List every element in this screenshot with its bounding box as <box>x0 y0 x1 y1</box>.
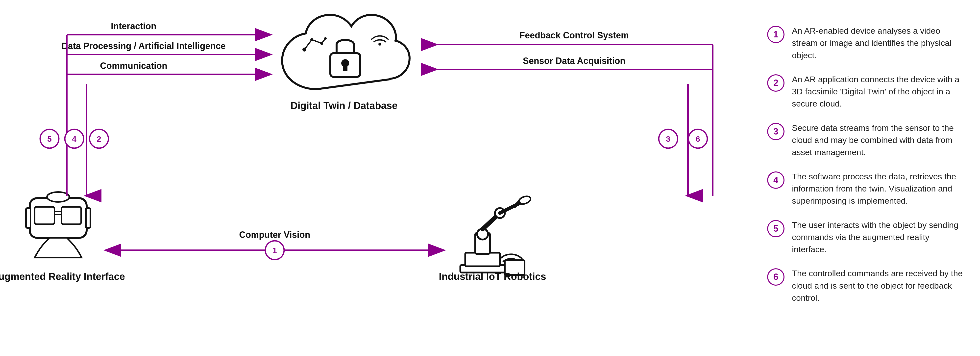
legend-item-6: 6 The controlled commands are received b… <box>767 267 965 304</box>
legend-number-6: 6 <box>767 268 784 286</box>
legend-text-6: The controlled commands are received by … <box>792 267 965 304</box>
legend-item-3: 3 Secure data streams from the sensor to… <box>767 122 965 158</box>
legend-number-3: 3 <box>767 123 784 140</box>
legend-item-1: 1 An AR-enabled device analyses a video … <box>767 25 965 61</box>
svg-point-16 <box>324 37 327 40</box>
svg-point-13 <box>302 48 306 51</box>
sensor-data-label: Sensor Data Acquisition <box>523 56 625 66</box>
communication-label: Communication <box>100 61 167 71</box>
svg-rect-23 <box>86 208 90 228</box>
step-3-num: 3 <box>666 134 670 144</box>
step-2-num: 2 <box>97 134 101 144</box>
diagram-container: Digital Twin / Database Augmented Realit… <box>0 0 980 356</box>
svg-point-15 <box>320 42 323 45</box>
legend-panel: 1 An AR-enabled device analyses a video … <box>757 20 975 321</box>
svg-point-14 <box>310 38 313 41</box>
legend-text-5: The user interacts with the object by se… <box>792 219 965 255</box>
svg-point-17 <box>379 43 381 46</box>
feedback-control-label: Feedback Control System <box>519 30 629 40</box>
legend-text-2: An AR application connects the device wi… <box>792 73 965 110</box>
svg-point-25 <box>47 192 69 202</box>
step-4-num: 4 <box>72 134 76 144</box>
legend-number-4: 4 <box>767 171 784 189</box>
digital-twin-node <box>282 15 410 89</box>
svg-point-33 <box>518 195 532 205</box>
legend-number-2: 2 <box>767 74 784 92</box>
step-5-num: 5 <box>47 134 52 144</box>
legend-text-1: An AR-enabled device analyses a video st… <box>792 25 965 61</box>
svg-rect-20 <box>61 207 81 224</box>
ar-interface-label: Augmented Reality Interface <box>0 271 125 282</box>
iot-robotics-node <box>460 195 531 275</box>
legend-number-1: 1 <box>767 26 784 43</box>
legend-number-5: 5 <box>767 220 784 237</box>
step-6-num: 6 <box>696 134 700 144</box>
step-1-num: 1 <box>272 246 277 255</box>
iot-robotics-label: Industrial IoT Robotics <box>439 271 546 282</box>
legend-item-4: 4 The software process the data, retriev… <box>767 171 965 207</box>
ar-interface-node <box>26 192 90 258</box>
interaction-label: Interaction <box>111 21 156 31</box>
svg-rect-21 <box>54 212 61 215</box>
digital-twin-label: Digital Twin / Database <box>291 100 398 111</box>
svg-rect-22 <box>26 208 30 228</box>
main-diagram-svg: Digital Twin / Database Augmented Realit… <box>0 0 757 356</box>
svg-rect-9 <box>343 65 347 71</box>
legend-item-5: 5 The user interacts with the object by … <box>767 219 965 255</box>
svg-rect-19 <box>35 207 54 224</box>
legend-text-3: Secure data streams from the sensor to t… <box>792 122 965 158</box>
computer-vision-label: Computer Vision <box>239 230 310 240</box>
legend-item-2: 2 An AR application connects the device … <box>767 73 965 110</box>
legend-text-4: The software process the data, retrieves… <box>792 171 965 207</box>
data-processing-label: Data Processing / Artificial Intelligenc… <box>62 41 226 51</box>
